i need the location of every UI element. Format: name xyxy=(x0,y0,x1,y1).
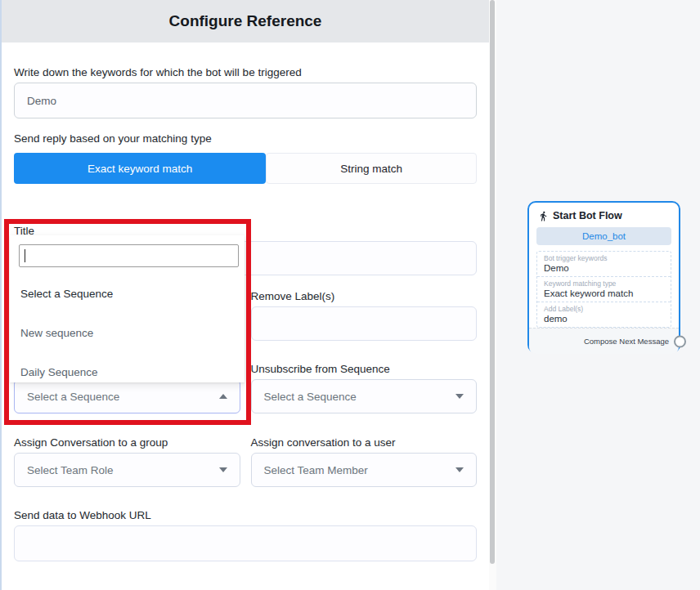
field-row: Bot trigger keywords Demo xyxy=(537,252,671,276)
assign-group-value: Select Team Role xyxy=(27,464,219,476)
unsubscribe-sequence-value: Select a Sequence xyxy=(264,391,456,403)
field-label: Add Label(s) xyxy=(544,305,664,313)
unsubscribe-sequence-label: Unsubscribe from Sequence xyxy=(251,363,478,375)
caret-up-icon xyxy=(219,394,227,399)
tab-exact-keyword-match[interactable]: Exact keyword match xyxy=(14,153,266,184)
webhook-input[interactable] xyxy=(14,525,477,561)
sequence-search-input[interactable] xyxy=(19,244,239,267)
assign-user-cell: Assign conversation to a user Select Tea… xyxy=(251,436,478,487)
caret-down-icon xyxy=(455,467,464,472)
keywords-input[interactable] xyxy=(14,83,477,118)
remove-labels-input[interactable] xyxy=(251,306,478,341)
field-value: demo xyxy=(544,314,664,324)
flow-canvas: Start Bot Flow Demo_bot Bot trigger keyw… xyxy=(496,0,700,590)
caret-down-icon xyxy=(219,467,227,472)
tab-string-match[interactable]: String match xyxy=(266,153,477,184)
flow-card-header: Start Bot Flow xyxy=(529,203,679,225)
compose-next-message-label: Compose Next Message xyxy=(584,337,669,346)
sequence-option[interactable]: Daily Sequence xyxy=(10,353,245,392)
field-label: Keyword matching type xyxy=(544,279,664,288)
scrollbar-thumb[interactable] xyxy=(490,0,495,564)
bot-name-button[interactable]: Demo_bot xyxy=(536,227,671,245)
assign-group-cell: Assign Conversation to a group Select Te… xyxy=(14,436,240,487)
text-cursor xyxy=(25,249,25,262)
assign-group-select[interactable]: Select Team Role xyxy=(14,453,240,487)
flow-card-footer: Compose Next Message xyxy=(529,328,679,354)
assign-group-label: Assign Conversation to a group xyxy=(14,436,240,449)
remove-labels-cell: Remove Label(s) xyxy=(251,290,478,341)
vertical-scrollbar[interactable] xyxy=(489,0,496,590)
assign-user-value: Select Team Member xyxy=(264,464,456,476)
unsubscribe-sequence-cell: Unsubscribe from Sequence Select a Seque… xyxy=(251,363,478,413)
field-label: Bot trigger keywords xyxy=(544,254,664,262)
matching-type-label: Send reply based on your matching type xyxy=(14,132,477,145)
assign-user-select[interactable]: Select Team Member xyxy=(251,453,478,487)
keywords-label: Write down the keywords for which the bo… xyxy=(14,66,477,78)
flow-card-title: Start Bot Flow xyxy=(553,210,622,221)
configure-panel: Configure Reference Write down the keywo… xyxy=(0,0,489,590)
sequence-search-wrap xyxy=(19,244,236,267)
field-row: Add Label(s) demo xyxy=(537,302,671,327)
field-row: Keyword matching type Exact keyword matc… xyxy=(537,276,671,302)
page-title: Configure Reference xyxy=(169,12,322,30)
matching-type-tabs: Exact keyword match String match xyxy=(14,153,477,184)
panel-header: Configure Reference xyxy=(2,0,489,42)
circle-port-icon[interactable] xyxy=(674,335,686,347)
caret-down-icon xyxy=(455,394,464,399)
flow-card-fields: Bot trigger keywords Demo Keyword matchi… xyxy=(536,251,671,328)
assign-row: Assign Conversation to a group Select Te… xyxy=(14,436,477,487)
sequence-option[interactable]: New sequence xyxy=(10,314,245,353)
walking-person-icon xyxy=(538,211,549,221)
sequence-options-list: Select a Sequence New sequence Daily Seq… xyxy=(10,275,245,392)
sequence-dropdown-menu: Select a Sequence New sequence Daily Seq… xyxy=(10,235,245,382)
assign-user-label: Assign conversation to a user xyxy=(251,436,478,449)
field-value: Exact keyword match xyxy=(544,288,664,298)
field-value: Demo xyxy=(544,263,664,273)
remove-labels-label: Remove Label(s) xyxy=(251,290,478,302)
sequence-option[interactable]: Select a Sequence xyxy=(10,275,245,314)
start-bot-flow-node[interactable]: Start Bot Flow Demo_bot Bot trigger keyw… xyxy=(527,201,680,353)
unsubscribe-sequence-select[interactable]: Select a Sequence xyxy=(251,379,478,413)
webhook-label: Send data to Webhook URL xyxy=(14,509,477,521)
